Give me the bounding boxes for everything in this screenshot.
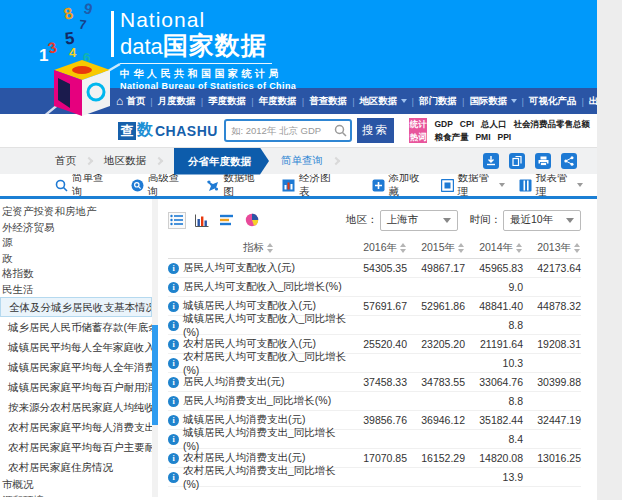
table-view-icon[interactable] [168,212,186,229]
hot-word-link[interactable]: PPI [498,132,512,142]
search-icon[interactable] [334,124,347,137]
sidebar-item[interactable]: 城镇居民家庭平均每人全年消费性支出 [0,357,152,377]
hot-word-link[interactable]: 总人口 [481,119,507,129]
nav-item[interactable]: 可视化产品 [517,95,577,108]
nav-item[interactable]: 年度数据 [246,95,296,108]
nav-item[interactable]: 国际数据 [457,95,516,108]
pie-chart-view-icon[interactable] [243,212,261,229]
hot-word-link[interactable]: 粮食产量 [434,132,468,142]
hot-word-link[interactable]: CPI [460,119,474,129]
sidebar-item[interactable]: 定资产投资和房地产 [0,204,152,220]
sidebar-item[interactable]: 按来源分农村居民家庭人均纯收入 [0,397,152,417]
breadcrumb-query-mode[interactable]: 简单查询 [281,154,323,168]
report-manage-icon [519,179,532,192]
copy-document-icon[interactable] [509,153,525,169]
sidebar-item[interactable]: 农村居民家庭平均每人消费支出 [0,417,152,437]
chevron-down-icon [577,183,583,187]
tab-data-map[interactable]: 数据地图 [206,171,262,199]
nav-item-label: 可视化产品 [529,95,577,108]
value-cell: 34783.55 [407,376,465,388]
info-icon[interactable] [168,301,179,312]
sidebar-item[interactable]: 城镇居民家庭平均每百户耐用消费品拥有量 [0,377,152,397]
region-select[interactable]: 上海市 [380,210,458,231]
hot-word-link[interactable]: GDP [434,119,452,129]
tab-advanced-query[interactable]: 高级查询 [131,171,187,199]
advanced-search-icon [131,179,144,192]
chashu-cha: 查 [118,122,136,140]
sidebar-item[interactable]: 源和环境 [0,493,152,498]
sidebar-item[interactable]: 民生活 [0,282,152,298]
sidebar-item[interactable]: 政 [0,251,152,267]
sidebar-item[interactable]: 格指数 [0,266,152,282]
value-cell: 45965.83 [465,262,523,274]
info-icon[interactable] [168,377,179,388]
hot-word-link[interactable]: 社会消费品零售总额 [514,119,591,129]
sidebar-scrollbar[interactable] [152,199,158,497]
info-icon[interactable] [168,434,179,445]
nav-item-label: 年度数据 [259,95,297,108]
data-manage-menu[interactable]: 数据管理 [441,171,505,199]
info-icon[interactable] [168,320,179,331]
nav-item-label: 出版物 [589,95,597,108]
nav-item[interactable]: 普查数据 [297,95,347,108]
nav-item[interactable]: 季度数据 [196,95,246,108]
decor-digit: 9 [83,0,94,16]
sidebar-item[interactable]: 农村居民家庭住房情况 [0,457,152,477]
value-cell: 23205.20 [407,338,465,350]
info-icon[interactable] [168,358,179,369]
indicator-name: 城镇居民人均可支配收入(元) [183,299,316,313]
bar-chart-view-icon[interactable] [193,212,211,229]
breadcrumb: 首页 地区数据 分省年度数据 简单查询 [0,147,597,174]
decor-digit: 8 [62,5,75,23]
horizontal-bar-view-icon[interactable] [218,212,236,229]
value-cell: 8.8 [465,319,523,331]
sidebar-item[interactable]: 城镇居民平均每人全年家庭收入来源 [0,337,152,357]
info-icon[interactable] [168,453,179,464]
info-icon[interactable] [168,415,179,426]
info-icon[interactable] [168,282,179,293]
chashu-en: CHASHU [155,123,218,139]
add-favorite-button[interactable]: 添加收藏 [372,171,427,199]
sidebar-item[interactable]: 全体及分城乡居民收支基本情况(新口径) [0,297,152,317]
scrollbar-thumb[interactable] [152,325,158,425]
print-icon[interactable] [535,153,551,169]
column-header-indicator[interactable]: 指标 [168,241,349,255]
time-value: 最近10年 [510,213,553,227]
query-filters: 地区： 上海市 时间： 最近10年 [346,210,581,231]
download-icon[interactable] [483,153,499,169]
column-header-2013[interactable]: 2013年 [523,241,581,255]
info-icon[interactable] [168,339,179,350]
info-icon[interactable] [168,396,179,407]
search-button[interactable]: 搜索 [357,118,394,143]
nav-item[interactable]: ⌂ 首页 [116,95,145,108]
sidebar-item[interactable]: 城乡居民人民币储蓄存款(年底余额) [0,317,152,337]
info-icon[interactable] [168,472,179,483]
share-icon[interactable] [561,153,577,169]
breadcrumb-current[interactable]: 分省年度数据 [174,148,269,175]
report-manage-menu[interactable]: 报表管理 [519,171,583,199]
time-select[interactable]: 最近10年 [503,210,581,231]
nav-item[interactable]: 月度数据 [145,95,195,108]
hot-word-link[interactable]: PMI [475,132,490,142]
hot-words: GDPCPI总人口社会消费品零售总额 粮食产量PMIPPI [434,118,597,143]
info-icon[interactable] [168,263,179,274]
nav-item[interactable]: 地区数据 [347,95,406,108]
indicator-sidebar: 定资产投资和房地产 外经济贸易 源 政 格指数 民生活 全体及分城乡居民收支基本… [0,199,152,497]
column-header-2015[interactable]: 2015年 [407,241,465,255]
nav-item-label: 地区数据 [360,95,398,108]
sidebar-item[interactable]: 源 [0,235,152,251]
column-header-2014[interactable]: 2014年 [465,241,523,255]
tab-simple-query[interactable]: 简单查询 [55,171,111,199]
breadcrumb-link[interactable]: 首页 [55,154,76,168]
value-cell: 54305.35 [349,262,407,274]
nav-item[interactable]: 部门数据 [407,95,457,108]
column-header-2016[interactable]: 2016年 [349,241,407,255]
site-banner: 8 9 7 5 3 4 6 1 2 National data国家数据 [0,0,597,88]
sidebar-item[interactable]: 农村居民家庭平均每百户主要耐用消费品拥有量 [0,437,152,457]
tab-economic-charts[interactable]: 经济图表 [282,171,338,199]
search-input[interactable] [231,125,334,136]
nav-item[interactable]: 出版物 [577,95,598,108]
sidebar-item[interactable]: 市概况 [0,477,152,493]
sidebar-item[interactable]: 外经济贸易 [0,220,152,236]
breadcrumb-link[interactable]: 地区数据 [104,154,146,168]
